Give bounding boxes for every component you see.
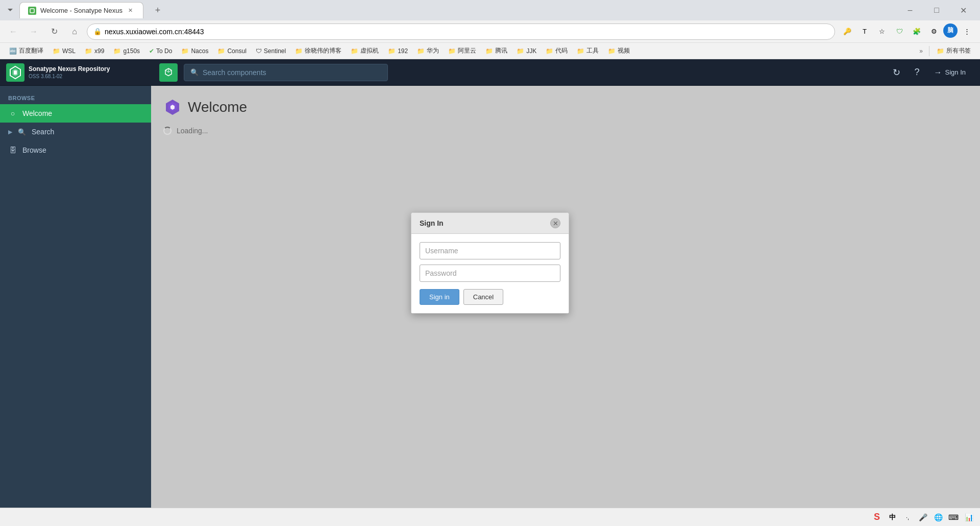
dialog-title: Sign In	[420, 219, 444, 227]
dialog-body: Sign in Cancel	[411, 234, 569, 313]
system-tray: S 中 ·, 🎤 🌐 ⌨ 📊	[870, 510, 976, 524]
taskbar: S 中 ·, 🎤 🌐 ⌨ 📊	[0, 508, 980, 526]
sogou-input-icon[interactable]: S	[870, 510, 884, 524]
ime-label[interactable]: 中	[885, 510, 899, 524]
username-input[interactable]	[420, 242, 560, 259]
keyboard-icon[interactable]: ⌨	[946, 510, 961, 524]
dialog-overlay: Sign In ✕ Sign in Cancel	[0, 0, 980, 526]
signin-submit-btn[interactable]: Sign in	[420, 289, 459, 305]
password-input[interactable]	[420, 265, 560, 282]
dialog-header: Sign In ✕	[411, 213, 569, 234]
punctuation-icon[interactable]: ·,	[900, 510, 915, 524]
cancel-btn[interactable]: Cancel	[463, 289, 503, 305]
chart-icon[interactable]: 📊	[962, 510, 976, 524]
mic-icon[interactable]: 🎤	[916, 510, 930, 524]
dialog-actions: Sign in Cancel	[420, 287, 560, 305]
signin-dialog: Sign In ✕ Sign in Cancel	[411, 212, 569, 314]
language-icon[interactable]: 🌐	[931, 510, 945, 524]
dialog-close-btn[interactable]: ✕	[550, 218, 560, 228]
